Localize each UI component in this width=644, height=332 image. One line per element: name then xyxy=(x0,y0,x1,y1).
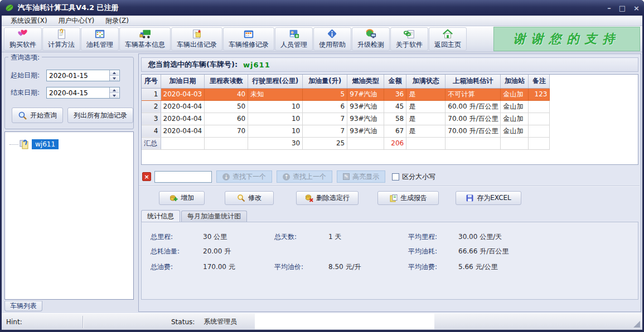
find-next-button[interactable]: ↓ 查找下一个 xyxy=(216,170,272,183)
upgrade-check-button[interactable]: 升级检测 xyxy=(352,27,390,51)
buy-software-button[interactable]: 购买软件 xyxy=(4,27,42,51)
list-all-records-button[interactable]: 列出所有加油记录 xyxy=(67,108,133,123)
separator xyxy=(83,316,83,328)
hint-label: Hint: xyxy=(2,318,83,326)
total-days-value: 1 天 xyxy=(328,232,341,242)
status-bar: Hint: Status: 系统管理员 xyxy=(2,313,642,330)
fuel-manage-button[interactable]: 油耗管理 xyxy=(81,27,119,51)
total-days-label: 总天数: xyxy=(274,232,297,242)
end-date-spinner[interactable] xyxy=(109,87,119,98)
start-date-field xyxy=(46,70,120,81)
start-query-button[interactable]: 开始查询 xyxy=(12,108,63,123)
hearts-icon xyxy=(16,28,30,40)
avg-cost-value: 5.66 元/公里 xyxy=(458,262,498,272)
search-icon xyxy=(18,111,27,120)
report-icon xyxy=(389,194,398,202)
total-cost-label: 总油费: xyxy=(151,262,173,272)
vehicle-repair-button[interactable]: 车辆维修记录 xyxy=(223,27,274,51)
main-panel: 您当前选中的车辆(车牌号): wj611 序号 加油日期 里程表读数 行驶里程(… xyxy=(138,53,641,312)
avg-consumption-value: 66.66 升/百公里 xyxy=(458,247,509,256)
home-button[interactable]: 返回主页 xyxy=(429,27,467,51)
table-row[interactable]: 3 2020-04-04 60 10 7 93#汽油 58 是 70.00 升/… xyxy=(142,113,550,125)
maximize-button[interactable]: □ xyxy=(619,4,626,12)
magnifier-icon xyxy=(237,194,245,202)
statistics-panel: 总里程: 30 公里 总耗油量: 20.00 升 总油费: 170.00 元 总… xyxy=(141,222,638,300)
col-consumption-est[interactable]: 上箱油耗估计 xyxy=(446,75,501,88)
divider xyxy=(139,185,640,187)
avg-cost-label: 平均油费: xyxy=(408,262,437,272)
table-row-selected[interactable]: 1 2020-04-03 40 未知 5 97#汽油 36 是 不可计算 金山加… xyxy=(142,88,550,100)
col-full-status[interactable]: 加满状态 xyxy=(406,75,446,88)
col-distance[interactable]: 行驶里程(公里) xyxy=(248,75,303,88)
col-fuel-type[interactable]: 燃油类型 xyxy=(347,75,384,88)
generate-report-button[interactable]: 生成报告 xyxy=(377,191,439,205)
tab-monthly-chart[interactable]: 每月加油量统计图 xyxy=(181,211,247,222)
delete-row-button[interactable]: 删除选定行 xyxy=(296,191,359,205)
vehicle-tree: wj611 xyxy=(4,131,134,300)
home-icon xyxy=(441,28,454,40)
col-fuel-amount[interactable]: 加油量(升) xyxy=(303,75,347,88)
selected-vehicle-header: 您当前选中的车辆(车牌号): wj611 xyxy=(141,57,638,72)
search-input[interactable] xyxy=(154,171,212,183)
col-amount[interactable]: 金额 xyxy=(384,75,406,88)
col-index[interactable]: 序号 xyxy=(142,75,161,88)
avg-consumption-label: 平均油耗: xyxy=(408,247,437,256)
truck-icon xyxy=(138,28,152,40)
start-date-label: 起始日期: xyxy=(11,71,46,80)
menu-system-settings[interactable]: 系统设置(X) xyxy=(5,16,53,26)
col-date[interactable]: 加油日期 xyxy=(161,75,205,88)
search-bar: × ↓ 查找下一个 ↑ 查找上一个 ✎ 高亮显示 区分大小写 xyxy=(141,169,638,184)
close-button[interactable]: × xyxy=(633,4,640,12)
vehicle-lend-button[interactable]: 车辆出借记录 xyxy=(171,27,222,51)
highlight-button[interactable]: ✎ 高亮显示 xyxy=(337,170,385,183)
calc-method-button[interactable]: 计算方法 xyxy=(42,27,80,51)
tree-item-label: wj611 xyxy=(32,139,59,149)
modify-button[interactable]: 修改 xyxy=(225,191,274,205)
find-prev-button[interactable]: ↑ 查找上一个 xyxy=(277,170,332,183)
col-station[interactable]: 加油站 xyxy=(501,75,529,88)
vehicle-file-icon xyxy=(19,139,30,150)
case-sensitive-checkbox[interactable] xyxy=(392,173,399,180)
close-search-icon[interactable]: × xyxy=(142,172,151,181)
about-button[interactable]: 关于软件 xyxy=(390,27,428,51)
tab-statistics[interactable]: 统计信息 xyxy=(141,210,180,222)
tree-item-wj611[interactable]: wj611 xyxy=(9,139,59,150)
total-mileage-label: 总里程: xyxy=(151,232,173,242)
vehicle-list-tab[interactable]: 车辆列表 xyxy=(4,301,42,311)
fuel-records-table: 序号 加油日期 里程表读数 行驶里程(公里) 加油量(升) 燃油类型 金额 加满… xyxy=(141,74,638,165)
personnel-manage-button[interactable]: 人员管理 xyxy=(275,27,313,51)
bottom-tabs: 统计信息 每月加油量统计图 xyxy=(141,211,248,222)
total-fuel-value: 20.00 升 xyxy=(203,247,231,256)
leaf-icon xyxy=(4,3,14,13)
col-odometer[interactable]: 里程表读数 xyxy=(205,75,248,88)
spin-down-icon xyxy=(113,95,116,97)
add-button[interactable]: 增加 xyxy=(159,191,205,205)
avg-mileage-value: 30.00 公里/天 xyxy=(458,232,502,242)
end-date-label: 结束日期: xyxy=(11,88,46,97)
start-date-input[interactable] xyxy=(47,70,109,81)
note-icon xyxy=(190,28,204,40)
save-excel-button[interactable]: 存为EXCEL xyxy=(456,191,521,205)
minimize-button[interactable]: – xyxy=(607,4,611,12)
case-sensitive-label: 区分大小写 xyxy=(402,172,435,182)
action-buttons: 增加 修改 删除选定行 xyxy=(141,189,638,206)
repair-grid-icon xyxy=(242,28,255,40)
selected-vehicle-value: wj611 xyxy=(243,61,270,69)
menu-user-center[interactable]: 用户中心(Y) xyxy=(53,16,100,26)
avg-mileage-label: 平均里程: xyxy=(408,232,437,242)
menu-bar: 系统设置(X) 用户中心(Y) 附录(Z) xyxy=(2,16,642,26)
end-date-input[interactable] xyxy=(47,87,109,98)
total-fuel-label: 总耗油量: xyxy=(151,247,180,256)
spin-up-icon xyxy=(113,72,116,74)
table-row[interactable]: 2 2020-04-04 50 10 6 93#汽油 45 是 60.00 升/… xyxy=(142,100,550,113)
col-remark[interactable]: 备注 xyxy=(529,75,550,88)
vehicle-info-button[interactable]: 车辆基本信息 xyxy=(119,27,171,51)
menu-appendix[interactable]: 附录(Z) xyxy=(100,16,134,26)
spin-down-icon xyxy=(113,77,116,80)
help-button[interactable]: 使用帮助 xyxy=(313,27,351,51)
resize-grip[interactable] xyxy=(633,321,640,328)
table-row[interactable]: 4 2020-04-04 70 10 7 93#汽油 67 是 70.00 升/… xyxy=(142,125,550,137)
clipboard-icon xyxy=(55,28,68,40)
start-date-spinner[interactable] xyxy=(109,70,119,81)
overlay-white-box xyxy=(255,314,434,329)
